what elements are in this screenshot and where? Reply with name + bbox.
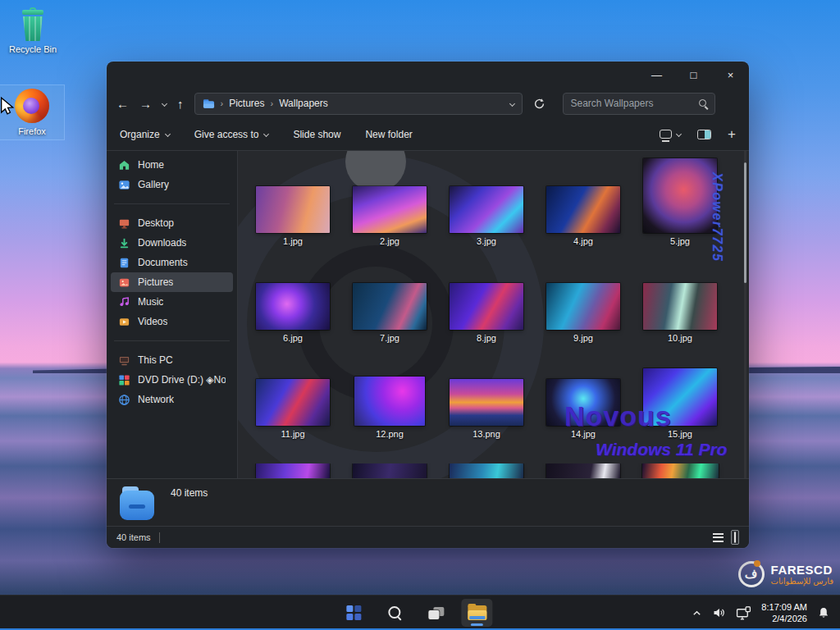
address-dropdown-chevron-icon[interactable] <box>509 100 514 106</box>
downloads-icon <box>118 237 130 249</box>
minimize-button[interactable]: — <box>638 62 675 89</box>
taskbar-search-button[interactable] <box>379 599 410 627</box>
file-label: 7.jpg <box>380 333 399 343</box>
recent-locations-chevron-icon[interactable] <box>162 100 167 106</box>
file-label: 3.jpg <box>477 236 496 246</box>
status-item-count: 40 items <box>116 532 151 542</box>
file-label: 11.jpg <box>281 429 304 439</box>
sidebar-item-network[interactable]: Network <box>111 390 233 409</box>
forward-button[interactable]: → <box>139 98 152 110</box>
file-thumbnail <box>256 379 330 426</box>
menu-give-access-to[interactable]: Give access to <box>194 129 269 140</box>
file-label: 14.jpg <box>571 429 596 439</box>
file-label: 2.jpg <box>380 236 399 246</box>
sidebar-item-this-pc[interactable]: This PC <box>111 350 233 370</box>
preview-pane-icon[interactable] <box>697 130 711 139</box>
file-item-8-jpg[interactable]: 8.jpg <box>438 254 535 343</box>
tray-time: 8:17:09 AM <box>761 601 807 613</box>
change-view-button[interactable] <box>660 130 681 139</box>
file-item-4-jpg[interactable]: 4.jpg <box>535 158 632 246</box>
desktop-icon-label: Recycle Bin <box>2 44 63 54</box>
menu-organize[interactable]: Organize <box>120 129 170 140</box>
sidebar-item-label: Downloads <box>138 237 186 249</box>
file-thumbnail <box>643 158 717 233</box>
address-bar[interactable]: › Pictures › Wallpapers <box>194 93 523 115</box>
tray-chevron-up-icon[interactable] <box>692 608 702 619</box>
sidebar-separator <box>114 203 230 204</box>
file-label: 9.jpg <box>573 333 593 343</box>
folder-icon <box>118 485 156 521</box>
file-item-2-jpg[interactable]: 2.jpg <box>341 158 438 246</box>
os-edition-watermark: Windows 11 Pro <box>596 440 727 459</box>
file-item-partial[interactable] <box>535 463 632 478</box>
taskbar-file-explorer-button[interactable] <box>461 599 492 627</box>
close-button[interactable]: × <box>712 62 749 89</box>
recycle-bin-icon <box>20 10 46 41</box>
file-explorer-icon <box>468 605 486 620</box>
sidebar-item-downloads[interactable]: Downloads <box>111 233 233 253</box>
sidebar-item-music[interactable]: Music <box>111 292 233 312</box>
sidebar-item-dvd-drive-d-nov[interactable]: DVD Drive (D:) ◈Nov <box>111 370 233 390</box>
refresh-icon[interactable] <box>533 98 546 110</box>
file-item-9-jpg[interactable]: 9.jpg <box>535 254 632 343</box>
file-item-partial[interactable] <box>438 463 535 478</box>
desktop-icon <box>118 217 130 230</box>
file-label: 5.jpg <box>670 236 690 246</box>
tray-date: 2/4/2026 <box>761 613 807 624</box>
desktop-icon-recycle-bin[interactable]: Recycle Bin <box>1 7 65 57</box>
status-bar: 40 items <box>107 526 749 548</box>
file-item-3-jpg[interactable]: 3.jpg <box>438 158 535 246</box>
volume-icon[interactable] <box>712 606 726 619</box>
notifications-bell-icon[interactable] <box>817 606 830 620</box>
sidebar-item-home[interactable]: Home <box>111 155 233 175</box>
file-label: 13.png <box>472 429 500 439</box>
file-item-7-jpg[interactable]: 7.jpg <box>341 254 438 343</box>
sidebar-item-gallery[interactable]: Gallery <box>111 175 233 194</box>
sidebar-item-pictures[interactable]: Pictures <box>111 272 233 292</box>
sidebar-item-desktop[interactable]: Desktop <box>111 213 233 233</box>
breadcrumb-pictures[interactable]: Pictures <box>229 98 264 109</box>
file-thumbnail <box>643 283 717 330</box>
sidebar-item-label: Home <box>138 159 164 171</box>
network-ethernet-icon[interactable] <box>736 606 751 620</box>
large-thumbnails-view-toggle[interactable] <box>731 530 739 545</box>
details-view-toggle-icon[interactable] <box>713 533 724 542</box>
file-item-13-png[interactable]: 13.png <box>438 350 535 439</box>
file-item-partial[interactable] <box>244 463 341 478</box>
search-box[interactable] <box>563 93 715 115</box>
file-item-10-jpg[interactable]: 10.jpg <box>632 254 728 343</box>
mouse-cursor <box>0 97 15 115</box>
up-button[interactable]: ↑ <box>177 98 184 110</box>
videos-icon <box>118 316 130 328</box>
file-item-11-jpg[interactable]: 11.jpg <box>244 350 341 439</box>
search-icon <box>387 605 402 620</box>
task-view-button[interactable] <box>420 599 451 627</box>
search-input[interactable] <box>571 98 698 109</box>
gallery-icon <box>118 179 130 191</box>
clock[interactable]: 8:17:09 AM 2/4/2026 <box>761 601 807 625</box>
file-label: 4.jpg <box>573 236 593 246</box>
maximize-button[interactable]: □ <box>675 62 712 89</box>
search-icon[interactable] <box>698 98 709 109</box>
file-item-partial[interactable] <box>632 463 728 478</box>
sidebar-item-documents[interactable]: Documents <box>111 253 233 272</box>
sidebar-item-videos[interactable]: Videos <box>111 312 233 331</box>
file-thumbnail <box>546 186 620 233</box>
view-icon <box>660 130 672 139</box>
menu-slide-show[interactable]: Slide show <box>293 129 340 140</box>
start-button[interactable] <box>338 599 369 627</box>
windows-logo-icon <box>346 605 361 620</box>
file-item-partial[interactable] <box>341 463 438 478</box>
file-item-12-png[interactable]: 12.png <box>341 350 438 439</box>
file-thumbnail <box>642 463 719 478</box>
os-name-watermark: Novous <box>564 400 672 432</box>
scrollbar-thumb[interactable] <box>744 162 746 283</box>
file-item-6-jpg[interactable]: 6.jpg <box>244 254 341 343</box>
file-item-1-jpg[interactable]: 1.jpg <box>244 158 341 246</box>
desktop-icon-label: Firefox <box>2 126 62 136</box>
command-toolbar: Organize Give access to Slide show New f… <box>107 118 749 151</box>
menu-new-folder[interactable]: New folder <box>365 129 412 140</box>
breadcrumb-wallpapers[interactable]: Wallpapers <box>279 98 328 109</box>
back-button[interactable]: ← <box>116 98 129 110</box>
expand-ribbon-icon[interactable]: + <box>728 127 736 141</box>
